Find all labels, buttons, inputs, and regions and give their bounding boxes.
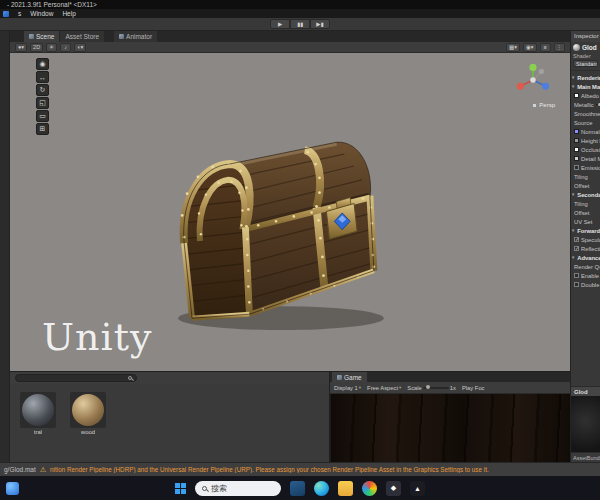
hand-tool[interactable]: ◉ (36, 58, 49, 70)
camera-settings-icon[interactable]: ≡ (540, 43, 551, 52)
treasure-chest-model[interactable] (160, 81, 398, 333)
widgets-icon[interactable] (6, 482, 19, 495)
inspector-row[interactable]: Advanced Options (571, 253, 600, 262)
inspector-row[interactable]: Metallic (571, 100, 600, 109)
inspector-row[interactable]: Offset (571, 181, 600, 190)
inspector-row-label: Tiling (574, 201, 588, 207)
overflow-menu-icon[interactable]: ⋮ (554, 43, 566, 52)
tab-scene[interactable]: Scene (24, 31, 59, 42)
project-search-input[interactable] (15, 374, 137, 382)
gizmos-dropdown[interactable]: ◉▾ (523, 43, 537, 52)
preview-area[interactable] (571, 396, 600, 452)
material-name: Glod (582, 44, 597, 51)
window-titlebar[interactable]: - 2021.3.9f1 Personal* <DX11> (0, 0, 600, 9)
tab-inspector[interactable]: Inspector (571, 31, 600, 42)
shading-mode-dropdown[interactable]: ●▾ (15, 43, 27, 52)
scene-orientation-gizmo[interactable] (512, 59, 554, 101)
inspector-row[interactable]: Detail Mask (571, 154, 600, 163)
inspector-row[interactable]: Albedo (571, 91, 600, 100)
pause-button[interactable]: ▮▮ (290, 19, 310, 29)
file-explorer-icon[interactable] (338, 481, 353, 496)
2d-toggle[interactable]: 2D (30, 43, 43, 52)
inspector-row-label: Reflections (581, 246, 600, 252)
lighting-toggle[interactable]: ☀ (46, 43, 57, 52)
asset-item[interactable]: tral (17, 392, 59, 462)
checkbox[interactable] (574, 273, 579, 278)
slider-track[interactable] (596, 104, 600, 105)
start-button[interactable] (175, 483, 186, 494)
taskbar-search[interactable]: 搜索 (195, 481, 281, 496)
inspector-rows: Rendering Mode Main Maps Albedo Metallic (571, 73, 600, 289)
scene-viewport[interactable]: ◉↔↻◱▭⊞ (10, 53, 570, 371)
inspector-row[interactable]: Rendering Mode (571, 73, 600, 82)
search-icon (128, 376, 132, 380)
inspector-row[interactable]: Render Queue (571, 262, 600, 271)
shader-dropdown[interactable]: Standard (573, 60, 598, 67)
play-button[interactable]: ▶ (270, 19, 290, 29)
grid-dropdown[interactable]: ▦▾ (506, 43, 520, 52)
rotate-tool[interactable]: ↻ (36, 84, 49, 96)
material-preview: Glod AssetBundle (571, 386, 600, 462)
gizmo-perspective-toggle[interactable]: Persp (532, 102, 555, 108)
inspector-row[interactable]: Forward Rendering Options (571, 226, 600, 235)
tab-asset-store[interactable]: Asset Store (60, 31, 104, 42)
inspector-row[interactable]: Offset (571, 208, 600, 217)
windows-taskbar: 搜索 ◆▲ (0, 476, 600, 500)
console-warning-text[interactable]: nition Render Pipeline (HDRP) and the Un… (50, 466, 489, 473)
step-button[interactable]: ▶▮ (310, 19, 330, 29)
menu-item[interactable]: Help (62, 10, 75, 17)
unity-editor-window: - 2021.3.9f1 Personal* <DX11> sWindowHel… (0, 0, 600, 500)
assetbundle-row[interactable]: AssetBundle (571, 452, 600, 462)
menu-items: sWindowHelp (18, 10, 76, 17)
edge-icon[interactable] (314, 481, 329, 496)
inspector-row[interactable]: Specular Highlights (571, 235, 600, 244)
photos-icon[interactable] (362, 481, 377, 496)
move-tool[interactable]: ↔ (36, 71, 49, 83)
scale-slider[interactable]: Scale 1x (407, 385, 456, 391)
checkbox[interactable] (574, 165, 579, 170)
inspector-row[interactable]: Normal Map (571, 127, 600, 136)
inspector-row-label: Emission (581, 165, 600, 171)
inspector-row[interactable]: Double Sided Global Illumination (571, 280, 600, 289)
transform-tool[interactable]: ⊞ (36, 123, 49, 135)
map-swatch (574, 138, 579, 143)
checkbox[interactable] (574, 282, 579, 287)
inspector-row-label: Normal Map (581, 129, 600, 135)
tab-animator[interactable]: Animator (114, 31, 157, 42)
material-thumbnail (20, 392, 56, 428)
menu-item[interactable]: s (18, 10, 21, 17)
inspector-row[interactable]: Tiling (571, 199, 600, 208)
unity-hub-icon[interactable]: ◆ (386, 481, 401, 496)
play-focused-dropdown[interactable]: Play Foc (462, 385, 485, 391)
status-bar[interactable]: g/Glod.mat ⚠ nition Render Pipeline (HDR… (0, 462, 600, 476)
inspector-row[interactable]: UV Set (571, 217, 600, 226)
material-header: Glod Shader Standard (571, 42, 600, 71)
inspector-row[interactable]: Reflections (571, 244, 600, 253)
asset-item[interactable]: wood (67, 392, 109, 462)
inspector-row[interactable]: Occlusion (571, 145, 600, 154)
rect-tool[interactable]: ▭ (36, 110, 49, 122)
checkbox[interactable] (574, 246, 579, 251)
inspector-row-label: Enable GPU Instancing (581, 273, 600, 279)
checkbox[interactable] (574, 237, 579, 242)
inspector-row[interactable]: Secondary Maps (571, 190, 600, 199)
inspector-row[interactable]: Emission (571, 163, 600, 172)
menu-item[interactable]: Window (30, 10, 53, 17)
scale-slider-track[interactable] (423, 387, 449, 389)
inspector-row[interactable]: Source (571, 118, 600, 127)
inspector-row[interactable]: Main Maps (571, 82, 600, 91)
aspect-dropdown[interactable]: Free Aspect▾ (367, 385, 401, 391)
inspector-row[interactable]: Smoothness (571, 109, 600, 118)
preview-header[interactable]: Glod (571, 386, 600, 396)
left-collapsed-strip (0, 31, 10, 462)
inspector-row[interactable]: Height Map (571, 136, 600, 145)
display-dropdown[interactable]: Display 1▾ (334, 385, 361, 391)
scene-toolbar-right: ▦▾◉▾≡⋮ (506, 43, 565, 52)
unity-editor-icon[interactable]: ▲ (410, 481, 425, 496)
effects-dropdown[interactable]: ◐▾ (74, 43, 86, 52)
scale-tool[interactable]: ◱ (36, 97, 49, 109)
inspector-row[interactable]: Enable GPU Instancing (571, 271, 600, 280)
inspector-row[interactable]: Tiling (571, 172, 600, 181)
store-icon[interactable] (290, 481, 305, 496)
audio-toggle[interactable]: ♪ (60, 43, 71, 52)
